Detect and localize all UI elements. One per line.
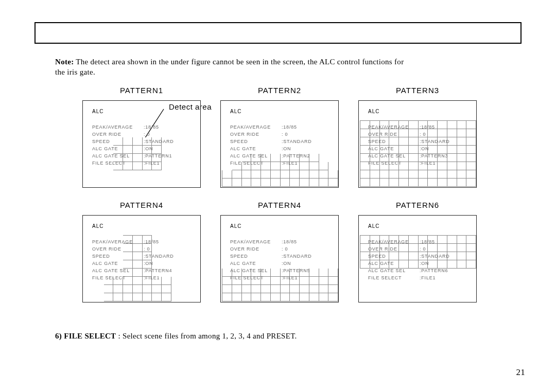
monitor: ALCPEAK/AVERAGE:18/85 OVER RIDE: 0 SPEED…: [220, 100, 339, 188]
settings-block: PEAK/AVERAGE:18/85 OVER RIDE: 0 SPEED:ST…: [359, 216, 476, 281]
monitor: ALCPEAK/AVERAGE:18/85 OVER RIDE: 0 SPEED…: [82, 100, 201, 188]
pattern-title: PATTERN2: [220, 86, 339, 94]
settings-block: PEAK/AVERAGE:18/85 OVER RIDE: 0 SPEED:ST…: [83, 216, 200, 281]
monitor: ALCPEAK/AVERAGE:18/85 OVER RIDE: 0 SPEED…: [220, 215, 339, 302]
monitor: ALCPEAK/AVERAGE:18/85 OVER RIDE: 0 SPEED…: [82, 215, 201, 302]
header-box: [34, 22, 522, 44]
page-number: 21: [516, 368, 525, 377]
item-6-text: Select scene files from among 1, 2, 3, 4…: [123, 332, 297, 340]
note-label: Note:: [55, 58, 74, 66]
monitor: ALCPEAK/AVERAGE:18/85 OVER RIDE: 0 SPEED…: [358, 100, 477, 188]
settings-block: PEAK/AVERAGE:18/85 OVER RIDE: 0 SPEED:ST…: [221, 216, 338, 281]
monitor: ALCPEAK/AVERAGE:18/85 OVER RIDE: 0 SPEED…: [358, 215, 477, 302]
patterns: PATTERN1ALCPEAK/AVERAGE:18/85 OVER RIDE:…: [82, 86, 522, 316]
pattern-title: PATTERN4: [82, 201, 201, 209]
item-6: 6) FILE SELECT : Select scene files from…: [34, 331, 522, 342]
note-text-2: the iris gate.: [55, 68, 95, 76]
item-6-num: 6): [55, 332, 62, 340]
item-6-colon: :: [116, 332, 123, 340]
note-text-1: The detect area shown in the under figur…: [74, 58, 404, 66]
settings-block: PEAK/AVERAGE:18/85 OVER RIDE: 0 SPEED:ST…: [221, 101, 338, 167]
pattern-title: PATTERN6: [358, 201, 477, 209]
settings-block: PEAK/AVERAGE:18/85 OVER RIDE: 0 SPEED:ST…: [359, 101, 476, 167]
pattern-title: PATTERN3: [358, 86, 477, 94]
settings-block: PEAK/AVERAGE:18/85 OVER RIDE: 0 SPEED:ST…: [83, 101, 200, 167]
item-6-label: FILE SELECT: [64, 332, 116, 340]
pattern-title: PATTERN1: [82, 86, 201, 94]
note-block: Note: The detect area shown in the under…: [34, 57, 522, 77]
pattern-title: PATTERN4: [220, 201, 339, 209]
